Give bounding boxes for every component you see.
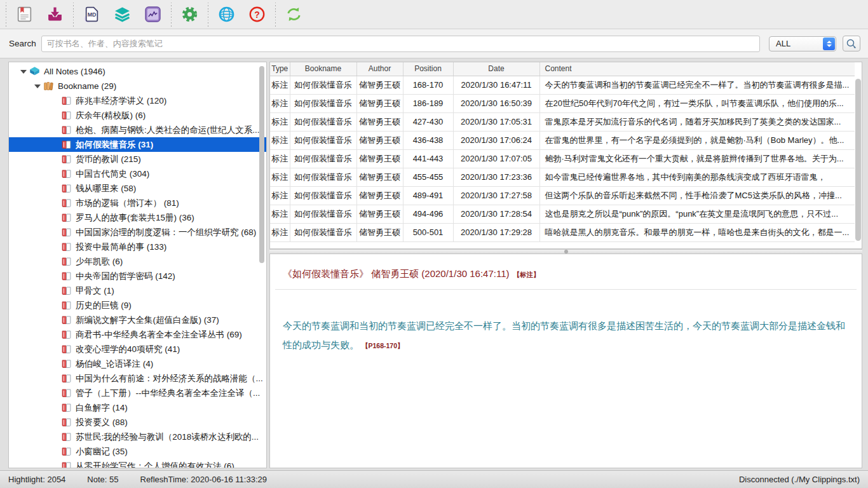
cell-position: 436-438	[403, 131, 453, 149]
cell-position: 494-496	[403, 205, 453, 223]
sidebar-book-item[interactable]: 小窗幽记 (35)	[9, 444, 266, 459]
cell-author: 储智勇王硕	[356, 112, 403, 131]
sidebar-item-bookname[interactable]: Bookname (29)	[9, 79, 266, 93]
sidebar-book-item[interactable]: 钱从哪里来 (58)	[9, 181, 266, 196]
detail-position-badge: 【P168-170】	[362, 342, 404, 349]
book-icon	[61, 95, 72, 106]
table-row[interactable]: 标注如何假装懂音乐储智勇王硕168-1702020/1/30 16:47:11今…	[270, 76, 855, 94]
sync-icon[interactable]	[281, 3, 306, 27]
column-header-bookname[interactable]: Bookname	[290, 62, 356, 76]
toolbar: MD ?	[0, 0, 868, 29]
cell-type: 标注	[270, 223, 290, 241]
sidebar-book-item[interactable]: 中国国家治理的制度逻辑：一个组织学研究 (68)	[9, 225, 266, 240]
sidebar-book-item[interactable]: 商君书-中华经典名著全本全注全译丛书 (69)	[9, 327, 266, 342]
sidebar-book-label: 薛兆丰经济学讲义 (120)	[76, 95, 166, 107]
sidebar-book-item[interactable]: 杨伯峻_论语译注 (4)	[9, 356, 266, 371]
sidebar-book-label: 从零开始学写作：个人增值的有效方法 (6)	[76, 461, 234, 469]
search-input[interactable]	[41, 36, 760, 52]
sidebar-book-item[interactable]: 历史的巨镜 (9)	[9, 298, 266, 313]
table-row[interactable]: 标注如何假装懂音乐储智勇王硕186-1892020/1/30 16:50:39在…	[270, 94, 855, 112]
disclosure-triangle-icon[interactable]	[19, 70, 27, 74]
column-header-position[interactable]: Position	[403, 62, 453, 76]
cell-type: 标注	[270, 94, 290, 112]
table-row[interactable]: 标注如何假装懂音乐储智勇王硕436-4382020/1/30 17:06:24在…	[270, 131, 855, 149]
table-row[interactable]: 标注如何假装懂音乐储智勇王硕489-4912020/1/30 17:27:58但…	[270, 186, 855, 205]
sidebar-book-item[interactable]: 中央帝国的哲学密码 (142)	[9, 269, 266, 283]
splitter-handle[interactable]	[269, 249, 862, 254]
sidebar-book-item[interactable]: 管子（上下册）--中华经典名著全本全注全译（...	[9, 386, 266, 400]
sidebar-book-item[interactable]: 庆余年(精校版) (6)	[9, 108, 266, 123]
column-header-date[interactable]: Date	[453, 62, 539, 76]
cell-content: 鲍勃·马利对雷鬼文化还有一个重大贡献，就是将脏辫传播到了世界各地。关于为...	[539, 149, 855, 168]
disclosure-triangle-icon[interactable]	[33, 85, 41, 88]
sidebar-book-label: 新编说文解字大全集(超值白金版) (37)	[76, 315, 219, 326]
layers-icon[interactable]	[110, 3, 134, 27]
book-list: 薛兆丰经济学讲义 (120)庆余年(精校版) (6)枪炮、病菌与钢铁:人类社会的…	[9, 93, 266, 468]
toolbar-separator	[72, 3, 74, 27]
sidebar-book-item[interactable]: 甲骨文 (1)	[9, 283, 266, 298]
globe-icon[interactable]	[214, 3, 238, 27]
table-row[interactable]: 标注如何假装懂音乐储智勇王硕494-4962020/1/30 17:28:54这…	[270, 205, 855, 223]
sidebar-book-item[interactable]: 罗马人的故事(套装共15册) (36)	[9, 210, 266, 225]
book-icon	[61, 431, 72, 442]
cell-bookname: 如何假装懂音乐	[290, 223, 356, 241]
sidebar-book-item[interactable]: 新编说文解字大全集(超值白金版) (37)	[9, 313, 266, 327]
bookname-group-icon	[43, 81, 54, 92]
column-header-type[interactable]: Type	[270, 62, 290, 76]
sidebar-book-item[interactable]: 投资中最简单的事 (133)	[9, 240, 266, 254]
cell-position: 441-443	[403, 149, 453, 168]
book-icon	[61, 154, 72, 165]
column-header-author[interactable]: Author	[356, 62, 403, 76]
cell-bookname: 如何假装懂音乐	[290, 168, 356, 186]
sidebar-book-label: 历史的巨镜 (9)	[76, 300, 132, 311]
sidebar-book-item[interactable]: 苏世民:我的经验与教训（2018读桥水达利欧的...	[9, 430, 266, 444]
sidebar-book-item[interactable]: 少年凯歌 (6)	[9, 254, 266, 269]
sidebar-book-item[interactable]: 枪炮、病菌与钢铁:人类社会的命运(世纪人文系...	[9, 123, 266, 137]
sidebar-book-item[interactable]: 白鱼解字 (14)	[9, 400, 266, 415]
sidebar-book-label: 中央帝国的哲学密码 (142)	[76, 271, 175, 282]
sidebar-book-item[interactable]: 中国为什么有前途：对外经济关系的战略潜能（...	[9, 371, 266, 386]
chart-icon[interactable]	[140, 3, 165, 27]
help-icon[interactable]: ?	[245, 3, 269, 27]
sidebar-scrollbar[interactable]	[259, 66, 264, 263]
cell-bookname: 如何假装懂音乐	[290, 205, 356, 223]
table-row[interactable]: 标注如何假装懂音乐储智勇王硕427-4302020/1/30 17:05:31雷…	[270, 112, 855, 131]
sidebar-book-item[interactable]: 薛兆丰经济学讲义 (120)	[9, 93, 266, 108]
sidebar-book-label: 白鱼解字 (14)	[76, 402, 128, 414]
search-button[interactable]	[843, 36, 860, 51]
column-header-content[interactable]: Content	[539, 62, 855, 76]
search-label: Search	[9, 39, 36, 48]
sidebar-book-label: 中国国家治理的制度逻辑：一个组织学研究 (68)	[76, 227, 256, 238]
cell-date: 2020/1/30 16:50:39	[453, 94, 539, 112]
sidebar-book-label: 罗马人的故事(套装共15册) (36)	[76, 212, 194, 224]
filter-dropdown[interactable]: ALL	[769, 36, 836, 51]
toolbar-separator	[207, 3, 208, 27]
table-scrollbar[interactable]	[855, 79, 861, 241]
cell-bookname: 如何假装懂音乐	[290, 186, 356, 205]
sidebar-book-item[interactable]: 投资要义 (88)	[9, 415, 266, 430]
cell-date: 2020/1/30 17:05:31	[453, 112, 539, 131]
table-row[interactable]: 标注如何假装懂音乐储智勇王硕441-4432020/1/30 17:07:05鲍…	[270, 149, 855, 168]
table-row[interactable]: 标注如何假装懂音乐储智勇王硕500-5012020/1/30 17:29:28嘻…	[270, 223, 855, 241]
sidebar-book-item[interactable]: 市场的逻辑（增订本） (81)	[9, 196, 266, 210]
sidebar-book-label: 管子（上下册）--中华经典名著全本全注全译（...	[76, 388, 260, 399]
note-count: Note: 55	[87, 475, 118, 484]
import-icon[interactable]	[43, 3, 67, 27]
sidebar-book-item[interactable]: 货币的教训 (215)	[9, 152, 266, 166]
cell-bookname: 如何假装懂音乐	[290, 94, 356, 112]
sidebar-item-all-notes[interactable]: All Notes (1946)	[9, 64, 266, 79]
sidebar-book-item[interactable]: 如何假装懂音乐 (31)	[9, 137, 266, 152]
markdown-file-icon[interactable]: MD	[79, 3, 104, 27]
settings-gear-icon[interactable]	[177, 3, 201, 27]
cell-bookname: 如何假装懂音乐	[290, 112, 356, 131]
main-area: All Notes (1946) Bookname (29) 薛兆丰经济学讲义 …	[0, 58, 868, 470]
sidebar-book-item[interactable]: 中国古代简史 (304)	[9, 166, 266, 181]
notes-icon[interactable]	[12, 3, 36, 27]
sidebar-item-label: All Notes (1946)	[44, 67, 105, 76]
sidebar-book-item[interactable]: 改变心理学的40项研究 (41)	[9, 342, 266, 356]
cell-content: 雷鬼原本是牙买加流行音乐的代名词，随着牙买加移民到了英美之类的发达国家...	[539, 112, 855, 131]
table-row[interactable]: 标注如何假装懂音乐储智勇王硕455-4552020/1/30 17:23:36如…	[270, 168, 855, 186]
right-panel: Type Bookname Author Position Date Conte…	[269, 62, 862, 468]
toolbar-separator	[170, 3, 172, 27]
sidebar-book-item[interactable]: 从零开始学写作：个人增值的有效方法 (6)	[9, 459, 266, 468]
